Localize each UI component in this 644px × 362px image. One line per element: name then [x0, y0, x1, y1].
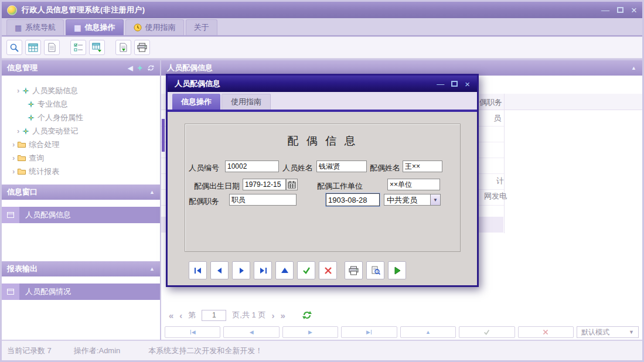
expander-icon[interactable]: ›	[17, 127, 19, 135]
pager-refresh-icon[interactable]	[302, 310, 312, 320]
spouse-title-input[interactable]	[229, 194, 297, 206]
expander-icon[interactable]: ›	[12, 141, 15, 148]
table-column-header-fragment: 偶职务	[479, 97, 502, 108]
person-name-input[interactable]	[316, 160, 367, 172]
dialog-title: 人员配偶信息	[175, 78, 220, 89]
tree-item-major[interactable]: 专业信息	[28, 97, 68, 111]
spouse-birth-input[interactable]	[243, 179, 286, 190]
new-document-button[interactable]	[44, 40, 60, 55]
dialog-title-bar: 人员配偶信息 — ×	[168, 76, 477, 92]
pager-first-icon[interactable]: «	[169, 311, 173, 320]
record-count-label: 当前记录数 7	[7, 346, 52, 356]
tab-label: 使用指南	[145, 22, 176, 33]
confirm-button[interactable]	[297, 261, 315, 279]
minimize-icon[interactable]: —	[601, 6, 609, 14]
record-first-button[interactable]	[189, 261, 207, 279]
tab-about[interactable]: 关于	[186, 19, 217, 35]
bottom-next-button[interactable]: ▶	[282, 326, 338, 338]
pager-last-icon[interactable]: »	[280, 311, 285, 320]
list-item-spouse-report[interactable]: 人员配偶情况	[2, 284, 160, 300]
folder-icon	[18, 141, 26, 148]
pager-next-icon[interactable]: ›	[271, 311, 274, 320]
splitter-handle[interactable]	[162, 119, 165, 152]
form-icon	[2, 207, 19, 223]
record-next-button[interactable]	[232, 261, 250, 279]
dialog-close-icon[interactable]: ×	[465, 80, 470, 88]
refresh-icon[interactable]	[147, 64, 155, 71]
window-title: 行政人员信息管理系统(非注册用户)	[22, 5, 145, 15]
first-record-icon	[194, 267, 202, 274]
bottom-confirm-button[interactable]	[459, 326, 514, 338]
report-button[interactable]	[115, 40, 131, 55]
bottom-up-button[interactable]: ▲	[400, 326, 456, 338]
bottom-prev-button[interactable]: ◀	[223, 326, 279, 338]
calendar-button[interactable]	[286, 179, 298, 190]
arrow-left-icon: ◀	[192, 329, 196, 335]
tree-item-identity[interactable]: 个人身份属性	[28, 111, 83, 124]
spouse-workunit-input[interactable]	[387, 179, 440, 190]
bottom-last-button[interactable]: ▶	[341, 326, 397, 338]
tree-item-rewards[interactable]: › 人员奖励信息	[17, 84, 78, 97]
record-last-button[interactable]	[254, 261, 272, 279]
tree-item-changes[interactable]: › 人员变动登记	[17, 124, 78, 138]
bottom-first-button[interactable]: ◀	[165, 326, 220, 338]
spouse-name-input[interactable]	[403, 160, 442, 172]
print-button[interactable]	[345, 261, 363, 279]
record-prev-button[interactable]	[210, 261, 229, 279]
politics-select[interactable]: 中共党员 ▼	[384, 194, 441, 206]
mode-select[interactable]: 默认模式 ▼	[577, 326, 639, 338]
arrow-up-icon: ▲	[425, 329, 431, 335]
tree-item-reports[interactable]: › 统计报表	[12, 165, 59, 178]
collapse-up-icon[interactable]: ▲	[149, 266, 155, 272]
tab-system-nav[interactable]: ▦ 系统导航	[6, 19, 64, 35]
tree-item-label: 统计报表	[29, 166, 59, 177]
expander-icon[interactable]: ›	[17, 87, 19, 94]
cancel-button[interactable]	[319, 261, 337, 279]
list-item-spouse-info[interactable]: 人员配偶信息	[2, 207, 160, 223]
report-icon	[2, 284, 19, 300]
expander-icon[interactable]: ›	[12, 154, 15, 162]
person-id-input[interactable]	[225, 160, 279, 172]
grid-icon: ▦	[15, 24, 22, 32]
chevron-left-icon[interactable]: ◀	[128, 64, 132, 72]
run-button[interactable]	[388, 261, 406, 279]
list-item-label: 人员配偶情况	[25, 286, 71, 297]
print-button[interactable]	[134, 40, 150, 55]
tree-item-processing[interactable]: › 综合处理	[12, 138, 59, 151]
bottom-cancel-button[interactable]	[518, 326, 574, 338]
search-icon	[9, 43, 19, 53]
collapse-up-icon[interactable]: ▲	[149, 189, 155, 195]
dialog-tab-info-operations[interactable]: 信息操作	[172, 94, 220, 110]
page-number-input[interactable]	[202, 310, 226, 321]
table-button[interactable]	[25, 40, 41, 55]
panel-header-info-management: 信息管理 ◀ +	[2, 60, 160, 76]
table-icon	[28, 43, 38, 52]
checklist-button[interactable]	[70, 40, 86, 55]
pager-prev-icon[interactable]: ‹	[179, 311, 182, 320]
close-icon[interactable]: ×	[631, 5, 637, 15]
dialog-tab-guide[interactable]: 使用指南	[222, 94, 271, 110]
tab-info-operations[interactable]: ▦ 信息操作	[66, 19, 123, 35]
add-icon[interactable]: +	[138, 63, 142, 73]
dialog-minimize-icon[interactable]: —	[437, 80, 444, 88]
panel-header-info-window[interactable]: 信息窗口 ▲	[2, 185, 160, 200]
tab-label: 信息操作	[181, 97, 212, 107]
dialog-maximize-icon[interactable]	[451, 81, 458, 87]
tree-item-query[interactable]: › 查询	[12, 151, 44, 165]
panel-header-report-output[interactable]: 报表输出 ▲	[2, 261, 160, 276]
politics-value: 中共党员	[384, 194, 430, 206]
restore-icon[interactable]	[617, 7, 623, 13]
record-up-button[interactable]	[275, 261, 294, 279]
table-cell-fragment: 员	[493, 113, 501, 124]
search-button[interactable]	[6, 40, 22, 55]
arrow-left-icon: ◀	[250, 329, 254, 335]
panel-title: 信息窗口	[7, 187, 38, 197]
print-preview-button[interactable]	[366, 261, 384, 279]
editing-date-input[interactable]	[326, 193, 380, 206]
tab-guide[interactable]: 使用指南	[125, 19, 184, 35]
expander-icon[interactable]: ›	[12, 168, 15, 175]
table-export-button[interactable]	[89, 40, 105, 55]
dropdown-icon[interactable]: ▼	[430, 194, 441, 206]
table-export-icon	[92, 43, 102, 52]
collapse-up-icon[interactable]: ▲	[631, 65, 636, 71]
